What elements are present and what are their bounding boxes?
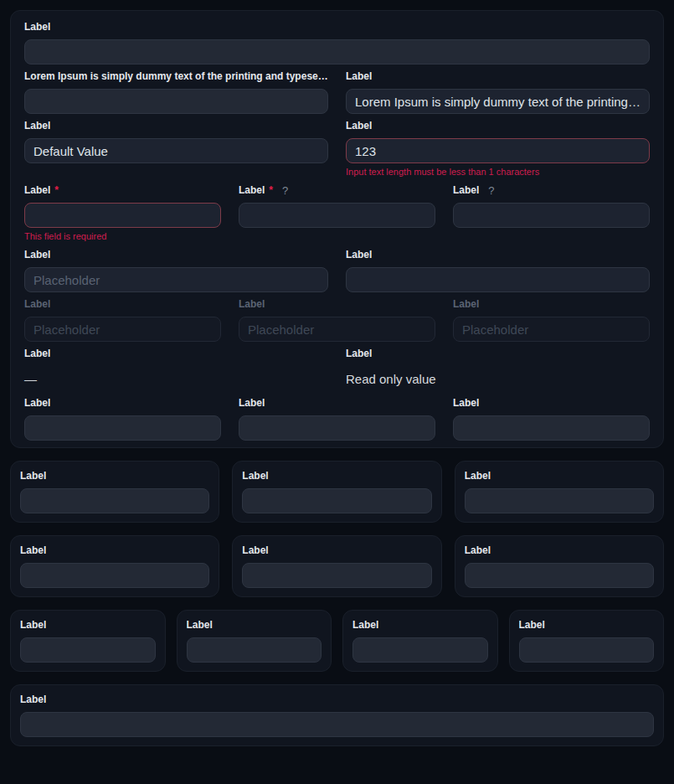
text-input[interactable] xyxy=(242,563,431,588)
field-label: Label xyxy=(20,620,156,631)
field-label: Label xyxy=(20,471,209,482)
field-label: Label xyxy=(239,398,435,409)
field-card: Label xyxy=(177,610,332,672)
field-label-text: Label xyxy=(239,398,265,409)
readonly-field-empty: Label — xyxy=(24,343,328,391)
field-label: Label xyxy=(242,545,431,556)
text-field-required-error: Label * This field is required xyxy=(24,179,221,243)
card-row-d: Label xyxy=(10,684,664,746)
field-label: Label xyxy=(346,71,650,82)
text-input-error[interactable] xyxy=(346,138,650,163)
field-label-text: Label xyxy=(24,121,50,132)
field-label-text: Label xyxy=(187,620,213,631)
field-label-text: Label xyxy=(453,185,479,196)
field-label-text: Label xyxy=(239,299,265,310)
text-input[interactable] xyxy=(24,138,328,163)
text-field-disabled: Label xyxy=(239,293,435,342)
text-input[interactable] xyxy=(20,563,209,588)
field-card: Label xyxy=(232,461,441,523)
text-field-help: Label ? xyxy=(453,179,650,243)
text-input[interactable] xyxy=(24,89,328,114)
field-label-text: Label xyxy=(239,185,265,196)
field-label: Label xyxy=(346,121,650,132)
field-label: Label xyxy=(465,545,654,556)
field-label-text: Label xyxy=(453,398,479,409)
text-field-disabled: Label xyxy=(24,293,221,342)
text-input[interactable] xyxy=(24,415,221,441)
text-input[interactable] xyxy=(346,267,650,292)
required-asterisk-icon: * xyxy=(54,185,59,196)
text-input[interactable] xyxy=(465,488,654,513)
field-label-text: Label xyxy=(453,299,479,310)
text-field-basic: Label xyxy=(24,16,650,64)
text-input-disabled xyxy=(24,317,221,342)
text-input[interactable] xyxy=(453,203,650,228)
text-input[interactable] xyxy=(346,89,650,114)
text-input[interactable] xyxy=(187,637,322,663)
field-label: Label xyxy=(24,299,221,310)
form-row-3: Label Label Input text length must be le… xyxy=(24,115,650,178)
text-input[interactable] xyxy=(242,488,431,513)
text-input[interactable] xyxy=(20,637,156,663)
form-row-2: Lorem Ipsum is simply dummy text of the … xyxy=(24,65,650,114)
text-input[interactable] xyxy=(519,637,655,663)
text-input[interactable] xyxy=(24,267,328,292)
field-label: Label xyxy=(239,299,435,310)
error-message: This field is required xyxy=(24,231,221,241)
help-icon[interactable]: ? xyxy=(488,185,494,196)
text-field-required-help: Label * ? xyxy=(239,179,435,243)
form-row-5: Label Label xyxy=(24,244,650,292)
field-label: Label xyxy=(24,398,221,409)
text-input[interactable] xyxy=(352,637,488,663)
field-label: Label ? xyxy=(453,185,650,196)
field-label-text: Label xyxy=(24,185,50,196)
field-label: Label xyxy=(20,694,654,705)
field-label-text: Label xyxy=(242,471,268,482)
field-label-text: Lorem Ipsum is simply dummy text of the … xyxy=(24,71,328,82)
text-input-disabled xyxy=(453,317,650,342)
field-card: Label xyxy=(455,461,664,523)
text-input[interactable] xyxy=(453,415,650,441)
field-label-text: Label xyxy=(24,250,50,260)
form-row-4: Label * This field is required Label * ?… xyxy=(24,179,650,243)
field-card: Label xyxy=(10,610,166,672)
text-input[interactable] xyxy=(20,488,209,513)
field-label: Label xyxy=(465,471,654,482)
field-label-text: Label xyxy=(24,22,50,33)
field-label-text: Label xyxy=(346,348,372,359)
readonly-value: Read only value xyxy=(346,366,650,391)
field-label: Label xyxy=(24,348,328,359)
field-card-full-width: Label xyxy=(10,684,664,746)
text-field-basic: Label xyxy=(346,244,650,292)
text-input[interactable] xyxy=(24,39,650,64)
text-input[interactable] xyxy=(465,563,654,588)
text-field-basic: Label xyxy=(453,392,650,441)
card-row-b: Label Label Label xyxy=(10,535,664,597)
field-label-text: Label xyxy=(465,471,491,482)
readonly-value: — xyxy=(24,366,328,391)
field-card: Label xyxy=(509,610,665,672)
text-input[interactable] xyxy=(20,712,654,737)
field-label: Label xyxy=(24,22,650,33)
field-label: Label xyxy=(24,250,328,260)
field-label-text: Label xyxy=(346,71,372,82)
readonly-field-value: Label Read only value xyxy=(346,343,650,391)
form-demo-page: Label Lorem Ipsum is simply dummy text o… xyxy=(0,0,674,756)
form-row-8: Label Label Label xyxy=(24,392,650,441)
text-input-disabled xyxy=(239,317,435,342)
text-input[interactable] xyxy=(239,203,435,228)
field-card: Label xyxy=(232,535,441,597)
help-icon[interactable]: ? xyxy=(282,185,288,196)
field-label: Label xyxy=(346,348,650,359)
card-row-a: Label Label Label xyxy=(10,461,664,523)
field-label: Label xyxy=(187,620,322,631)
error-message: Input text length must be less than 1 ch… xyxy=(346,167,650,177)
field-label-text: Label xyxy=(20,694,46,705)
field-card: Label xyxy=(342,610,498,672)
text-field-long-label: Lorem Ipsum is simply dummy text of the … xyxy=(24,65,328,114)
text-input-error[interactable] xyxy=(24,203,221,228)
field-label-text: Label xyxy=(24,299,50,310)
text-input[interactable] xyxy=(239,415,435,441)
field-label: Label xyxy=(20,545,209,556)
field-label: Label xyxy=(519,620,655,631)
